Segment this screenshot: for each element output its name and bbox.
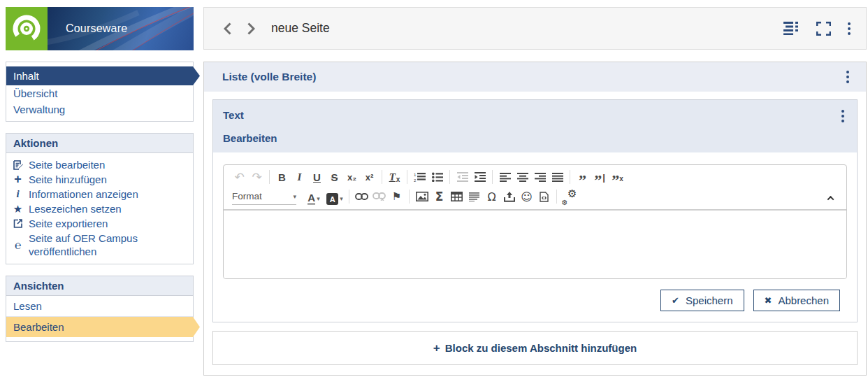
- table-icon[interactable]: [448, 188, 465, 205]
- underline-icon[interactable]: U: [308, 169, 326, 185]
- link-icon[interactable]: [353, 188, 370, 205]
- actions-box-title: Aktionen: [6, 134, 193, 153]
- section-header: Liste (volle Breite): [204, 62, 866, 92]
- format-dropdown[interactable]: Format ▾: [232, 188, 296, 205]
- plugin-settings-button[interactable]: ⚙ ⚙: [560, 188, 578, 205]
- save-button[interactable]: ✔ Speichern: [660, 290, 744, 311]
- edit-page-icon: [12, 159, 24, 171]
- italic-icon[interactable]: I: [291, 169, 308, 185]
- action-edit-page[interactable]: Seite bearbeiten: [6, 157, 193, 172]
- upload-box-icon[interactable]: [500, 188, 518, 205]
- text-color-button[interactable]: A ▾: [303, 188, 324, 205]
- action-show-info[interactable]: i Informationen anzeigen: [6, 187, 193, 201]
- align-right-icon[interactable]: [531, 169, 549, 185]
- editor-toolbar-row1: ↶ ↷ B I U S x₂ x² Tx: [224, 165, 846, 187]
- tab-bearbeiten[interactable]: Bearbeiten: [223, 132, 847, 144]
- editor-toolbar-row2: Format ▾ A ▾ A ▾: [224, 187, 846, 209]
- nav-item-inhalt[interactable]: Inhalt: [6, 66, 200, 85]
- math-sigma-icon[interactable]: Σ: [431, 188, 448, 205]
- spiral-logo-icon: [10, 13, 43, 45]
- format-dropdown-label: Format: [232, 191, 262, 201]
- add-block-label: Block zu diesem Abschnitt hinzufügen: [445, 342, 637, 354]
- unlink-icon[interactable]: [370, 188, 388, 205]
- caret-down-icon: ▾: [340, 195, 343, 205]
- previous-page-button[interactable]: [218, 20, 236, 38]
- align-center-icon[interactable]: [514, 169, 531, 185]
- action-add-page[interactable]: + Seite hinzufügen: [6, 172, 193, 187]
- bold-icon[interactable]: B: [273, 169, 291, 185]
- section-title: Liste (volle Breite): [222, 71, 316, 83]
- inline-quote-icon[interactable]: ”|: [591, 169, 609, 185]
- actions-list: Seite bearbeiten + Seite hinzufügen i In…: [6, 153, 193, 264]
- editor-content-area[interactable]: [224, 209, 846, 278]
- cross-icon: ✖: [765, 295, 772, 306]
- cancel-button-label: Abbrechen: [778, 294, 829, 306]
- action-set-bookmark[interactable]: ★ Lesezeichen setzen: [6, 201, 193, 216]
- page-title: neue Seite: [271, 21, 330, 36]
- remove-format-icon[interactable]: Tx: [386, 169, 403, 185]
- numbered-list-icon[interactable]: 1 2: [411, 169, 428, 185]
- action-label: Seite auf OER Campus veröffentlichen: [29, 232, 187, 258]
- redo-icon[interactable]: ↷: [248, 169, 266, 185]
- text-block-body: ↶ ↷ B I U S x₂ x² Tx: [213, 152, 857, 322]
- brand-name: Courseware: [48, 22, 127, 35]
- nav-item-uebersicht[interactable]: Übersicht: [6, 85, 193, 101]
- action-export-page[interactable]: Seite exportieren: [6, 216, 193, 231]
- justify-icon[interactable]: [549, 169, 566, 185]
- main-area: neue Seite: [203, 7, 867, 376]
- emoticon-icon[interactable]: ☺: [518, 188, 535, 205]
- sidebar: Courseware Inhalt Übersicht Verwaltung A…: [6, 7, 194, 342]
- brand-title-area: Courseware: [48, 7, 194, 50]
- text-block: Text Bearbeiten ↶ ↷ B I U: [212, 99, 858, 322]
- background-color-button[interactable]: A ▾: [324, 188, 345, 205]
- action-label: Lesezeichen setzen: [29, 202, 122, 215]
- block-title: Text: [223, 109, 847, 121]
- superscript-icon[interactable]: x²: [361, 169, 378, 185]
- action-label: Informationen anzeigen: [29, 187, 138, 201]
- source-document-icon[interactable]: [535, 188, 553, 205]
- add-block-button[interactable]: + Block zu diesem Abschnitt hinzufügen: [212, 331, 858, 365]
- image-icon[interactable]: [413, 188, 431, 205]
- indent-icon[interactable]: [471, 169, 489, 185]
- block-kebab-menu[interactable]: [840, 108, 846, 124]
- publish-icon: ℮: [12, 239, 24, 251]
- subscript-icon[interactable]: x₂: [343, 169, 361, 185]
- outdent-icon[interactable]: [454, 169, 471, 185]
- save-button-label: Speichern: [686, 294, 733, 306]
- main-nav: Inhalt Übersicht Verwaltung: [6, 62, 194, 122]
- next-page-button[interactable]: [242, 20, 260, 38]
- fullscreen-icon[interactable]: [816, 22, 831, 36]
- align-left-icon[interactable]: [496, 169, 514, 185]
- caret-down-icon: ▾: [293, 193, 296, 200]
- action-label: Seite exportieren: [29, 217, 108, 230]
- star-icon: ★: [12, 203, 24, 215]
- view-item-bearbeiten[interactable]: Bearbeiten: [6, 317, 200, 337]
- outline-list-icon[interactable]: [783, 22, 801, 35]
- page-header: neue Seite: [203, 7, 867, 50]
- editor-actions: ✔ Speichern ✖ Abbrechen: [223, 290, 847, 311]
- strikethrough-icon[interactable]: S: [326, 169, 343, 185]
- view-item-lesen[interactable]: Lesen: [6, 296, 193, 317]
- text-color-icon: A: [308, 192, 315, 205]
- gears-icon: ⚙ ⚙: [562, 189, 577, 204]
- actions-box: Aktionen Seite bearbeiten + Seite hinzuf…: [6, 133, 194, 264]
- bulleted-list-icon[interactable]: [428, 169, 446, 185]
- horizontal-rule-icon[interactable]: [465, 188, 483, 205]
- collapse-toolbar-button[interactable]: [825, 193, 835, 203]
- plus-icon: +: [433, 341, 440, 355]
- info-icon: i: [12, 188, 24, 200]
- section-panel: Liste (volle Breite) Text Bearbeiten ↶ ↷: [203, 62, 867, 376]
- anchor-flag-icon[interactable]: ⚑: [388, 188, 405, 205]
- svg-text:2: 2: [414, 178, 417, 183]
- cancel-button[interactable]: ✖ Abbrechen: [753, 290, 840, 311]
- action-publish-oer[interactable]: ℮ Seite auf OER Campus veröffentlichen: [6, 231, 193, 259]
- undo-icon[interactable]: ↶: [231, 169, 248, 185]
- header-kebab-menu[interactable]: [846, 21, 852, 36]
- section-kebab-menu[interactable]: [845, 69, 851, 85]
- blockquote-icon[interactable]: ”: [574, 169, 591, 185]
- remove-quote-icon[interactable]: ”x: [609, 169, 626, 185]
- text-block-header: Text Bearbeiten: [213, 100, 857, 152]
- header-icons: [783, 21, 852, 36]
- nav-item-verwaltung[interactable]: Verwaltung: [6, 101, 193, 118]
- special-char-omega-icon[interactable]: Ω: [483, 188, 500, 205]
